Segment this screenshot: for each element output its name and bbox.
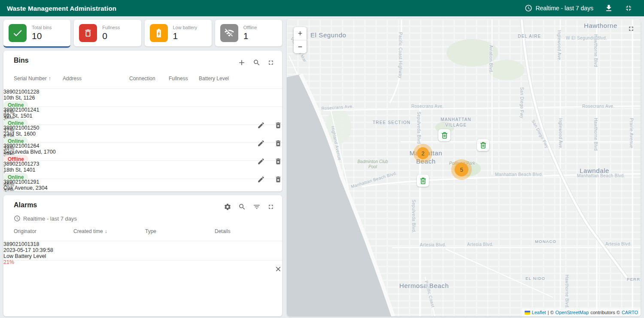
cluster-count: 5 (460, 167, 463, 173)
osm-link[interactable]: OpenStreetMap (556, 310, 589, 315)
compress-icon (624, 4, 633, 12)
alarms-table-header: Originator Created time↓ Type Details (3, 222, 282, 241)
cell-serial: 389021001291 (3, 179, 282, 185)
close-icon[interactable] (274, 265, 282, 273)
table-row[interactable]: 389021001318 2023-05-17 10:39:58 Low Bat… (3, 241, 282, 260)
cell-serial: 389021001273 (3, 161, 282, 167)
cell-created: 2023-05-17 10:39:58 (3, 247, 282, 253)
battery-charging-icon (150, 24, 168, 42)
alarms-settings-button[interactable] (222, 201, 233, 212)
plus-icon (237, 58, 246, 67)
alarms-fullscreen-button[interactable] (266, 202, 276, 212)
zoom-out-button[interactable]: − (294, 40, 307, 53)
sort-asc-icon: ↑ (49, 76, 51, 82)
fullscreen-button[interactable] (266, 58, 276, 68)
stat-value: 0 (102, 31, 120, 41)
bin-marker[interactable] (417, 175, 429, 187)
table-row[interactable]: 389021001241 9th St, 1501 Online 37% 87% (3, 106, 282, 124)
cell-address: 18th St, 1401 (3, 167, 282, 173)
status-badge: Online (3, 191, 28, 191)
stat-label: Total bins (32, 25, 52, 30)
column-details[interactable]: Details (215, 228, 263, 234)
stat-value: 1 (173, 31, 197, 41)
trash-bin-icon (479, 141, 487, 149)
cell-serial: 389021001228 (3, 89, 282, 95)
marker-cluster[interactable]: 5 (455, 163, 468, 176)
bins-title: Bins (14, 57, 29, 64)
leaflet-link[interactable]: Leaflet (532, 310, 546, 315)
wifi-off-icon (220, 24, 238, 42)
alarms-title: Alarms (14, 201, 37, 209)
stat-card-total-bins[interactable]: Total bins 10 (3, 20, 70, 48)
cell-address: Oak Avenue, 2304 (3, 185, 282, 191)
stat-value: 1 (243, 31, 257, 41)
column-originator[interactable]: Originator (14, 228, 73, 234)
trash-icon (79, 24, 97, 42)
alarms-timewindow[interactable]: Realtime - last 7 days (14, 215, 77, 222)
stat-value: 10 (32, 31, 52, 41)
stat-card-fullness[interactable]: Fullness 0 (74, 20, 141, 46)
search-icon (238, 203, 246, 211)
map-attribution: Leaflet | © OpenStreetMap contributors ©… (522, 309, 641, 316)
map-panel[interactable]: El Segundo Hawthorne DEL AIRE MANHATTAN … (287, 19, 641, 316)
expand-icon (267, 59, 274, 66)
carto-link[interactable]: CARTO (622, 310, 638, 315)
cell-type: Low Battery Level (3, 253, 282, 259)
column-created-time[interactable]: Created time↓ (73, 228, 145, 234)
exit-fullscreen-button[interactable] (623, 2, 635, 14)
trash-bin-icon (419, 177, 427, 185)
table-row[interactable]: 389021001264 Sepulveda Blvd, 1700 Offlin… (3, 142, 282, 161)
table-row[interactable]: 389021001273 18th St, 1401 Online 46% 44… (3, 161, 282, 179)
search-button[interactable] (251, 57, 262, 68)
column-serial-number[interactable]: Serial Number↑ (14, 76, 63, 82)
stat-label: Fullness (102, 25, 120, 30)
stat-card-offline[interactable]: Offline 1 (215, 20, 282, 46)
zoom-in-button[interactable]: + (294, 27, 307, 40)
cell-serial: 389021001250 (3, 125, 282, 131)
table-row[interactable]: 389021001228 10th St, 1126 Online 31% 36… (3, 88, 282, 106)
cell-address: 9th St, 1501 (3, 113, 282, 119)
bins-table-header: Serial Number↑ Address Connection Fullne… (3, 69, 282, 88)
bin-marker[interactable] (477, 139, 489, 151)
export-download-button[interactable] (603, 2, 615, 14)
alarms-filter-button[interactable] (251, 201, 262, 212)
page-title: Waste Management Administration (7, 5, 116, 12)
map-zoom-control: + − (294, 27, 307, 53)
column-fullness[interactable]: Fullness (169, 76, 199, 82)
gear-icon (224, 203, 231, 211)
timewindow-button[interactable]: Realtime - last 7 days (525, 4, 593, 12)
cell-serial: 389021001264 (3, 143, 282, 149)
column-address[interactable]: Address (63, 76, 129, 82)
column-battery[interactable]: Battery Level (199, 76, 244, 82)
map-fullscreen-button[interactable] (628, 25, 635, 34)
clock-icon (525, 4, 532, 12)
marker-cluster[interactable]: 2 (417, 147, 429, 159)
bins-panel: Bins Serial Number↑ Address Connection F… (3, 51, 282, 191)
stat-card-low-battery[interactable]: Low battery 1 (145, 20, 212, 46)
cluster-count: 2 (421, 150, 424, 157)
add-bin-button[interactable] (236, 57, 248, 69)
download-icon (605, 4, 613, 12)
table-row[interactable]: 389021001291 Oak Avenue, 2304 Online 14%… (3, 179, 282, 191)
cell-address: 10th St, 1126 (3, 95, 282, 101)
clock-icon (14, 215, 21, 222)
search-icon (253, 59, 261, 67)
cell-address: 23rd St, 1600 (3, 131, 282, 137)
stat-label: Low battery (173, 25, 197, 30)
ukraine-flag-icon (525, 311, 530, 315)
column-type[interactable]: Type (145, 228, 215, 234)
alarms-search-button[interactable] (237, 201, 248, 212)
alarms-panel: Alarms Realtime - last 7 days Originator… (3, 195, 282, 316)
expand-icon (628, 25, 635, 32)
timewindow-label: Realtime - last 7 days (535, 5, 593, 12)
app-header: Waste Management Administration Realtime… (0, 0, 644, 16)
table-row[interactable]: 389021001250 23rd St, 1600 Online 34% 59… (3, 124, 282, 142)
column-connection[interactable]: Connection (129, 76, 169, 82)
sort-desc-icon: ↓ (105, 228, 107, 234)
check-icon (9, 24, 27, 42)
cell-serial: 389021001241 (3, 107, 282, 113)
dashboard: Waste Management Administration Realtime… (0, 0, 644, 318)
bin-marker[interactable] (438, 129, 450, 141)
cell-originator: 389021001318 (3, 241, 282, 247)
stat-cards: Total bins 10 Fullness 0 Low battery 1 O… (3, 20, 282, 48)
